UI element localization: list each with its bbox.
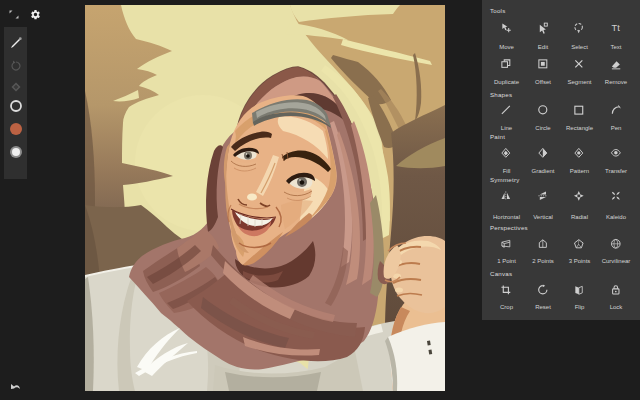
svg-text:Tt: Tt — [611, 23, 620, 33]
